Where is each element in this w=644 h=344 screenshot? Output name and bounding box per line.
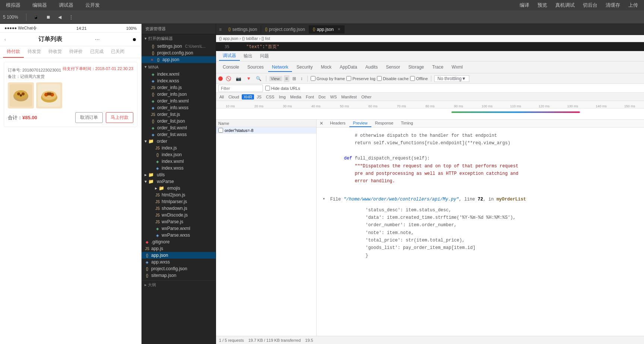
more-icon-btn[interactable]: ⋮	[67, 13, 76, 21]
file-wxdiscode[interactable]: JS wxDiscode.js	[142, 212, 216, 218]
tab-close-icon[interactable]: ✕	[337, 27, 340, 31]
phone-tab-yiwancheng[interactable]: 已完成	[86, 46, 107, 58]
view-toggle-1[interactable]: View:	[269, 76, 282, 81]
file-order-index-js[interactable]: JS index.js	[142, 145, 216, 151]
cancel-order-button[interactable]: 取消订单	[75, 112, 103, 123]
file-order-index-wxss[interactable]: ◈ index.wxss	[142, 165, 216, 171]
request-checkbox[interactable]	[218, 128, 223, 133]
devtools-tab-output[interactable]: 输出	[240, 52, 256, 60]
file-project-config[interactable]: {} project.config.json	[142, 50, 216, 56]
preserve-log-label[interactable]: Preserve log	[346, 76, 375, 81]
filter-input[interactable]	[218, 85, 263, 92]
file-order-info-wxml[interactable]: ◈ order_info.wxml	[142, 98, 216, 104]
sub-tab-preview[interactable]: Preview	[349, 120, 371, 127]
sub-tab-timing[interactable]: Timing	[397, 120, 417, 127]
file-order-index-json[interactable]: {} index.json	[142, 151, 216, 158]
offline-label[interactable]: Offline	[410, 76, 428, 81]
devtools-tab-debugger[interactable]: 调试器	[219, 51, 240, 61]
large-pane-section[interactable]: ▸ 大纲	[142, 280, 216, 289]
menu-device-debug[interactable]: 真机调试	[553, 1, 577, 9]
phone-nav-back[interactable]: ‹	[4, 37, 6, 42]
folder-utils[interactable]: ▸ 📁 utils	[142, 171, 216, 178]
tab-sensor[interactable]: Sensor	[382, 63, 404, 72]
devtools-tab-problems[interactable]: 问题	[256, 52, 273, 60]
tab-wxml[interactable]: Wxml	[448, 63, 466, 72]
file-wxparse-wxml[interactable]: ◈ wxParse.wxml	[142, 225, 216, 232]
folder-order[interactable]: ▾ 📁 order	[142, 138, 216, 145]
file-app-json-open[interactable]: ✕ {} app.json	[142, 56, 216, 63]
device-icon-btn[interactable]: 📱	[31, 13, 41, 21]
menu-simulator[interactable]: 模拟器	[4, 1, 23, 9]
tab-appdata[interactable]: AppData	[336, 63, 361, 72]
view-sort-btn[interactable]: ↕	[299, 75, 304, 82]
request-row-order[interactable]: order?status=-8	[216, 127, 316, 134]
folder-emojis[interactable]: ▸ 📁 emojis	[142, 185, 216, 192]
phone-tab-daishouuo[interactable]: 待收货	[45, 46, 66, 58]
file-app-json[interactable]: {} app.json	[142, 252, 216, 259]
record-button[interactable]	[218, 76, 223, 81]
hamburger-icon[interactable]: ≡	[219, 27, 222, 32]
file-order-list-json[interactable]: {} order_list.json	[142, 118, 216, 124]
offline-checkbox[interactable]	[410, 76, 415, 81]
menu-editor[interactable]: 编辑器	[30, 1, 49, 9]
file-index-wxss[interactable]: ◈ index.wxss	[142, 78, 216, 84]
phone-tab-daifukuan[interactable]: 待付款	[3, 46, 24, 58]
group-by-frame-label[interactable]: Group by frame	[311, 76, 345, 81]
phone-nav-more[interactable]: ···	[95, 36, 99, 43]
pay-now-button[interactable]: 马上付款	[106, 112, 133, 123]
tab-audits[interactable]: Audits	[362, 63, 381, 72]
tab-sources[interactable]: Sources	[244, 63, 267, 72]
disable-cache-label[interactable]: Disable cache	[377, 76, 409, 81]
phone-nav-record[interactable]: ⏺	[132, 37, 137, 42]
hide-data-urls-checkbox[interactable]	[265, 86, 270, 91]
filter-red-btn[interactable]: 🔻	[244, 75, 253, 82]
file-wxparse-js[interactable]: JS wxParse.js	[142, 218, 216, 225]
phone-tab-daifasong[interactable]: 待发货	[24, 46, 45, 58]
type-media-btn[interactable]: Media	[288, 94, 303, 100]
type-manifest-btn[interactable]: Manifest	[339, 94, 359, 100]
tab-security[interactable]: Security	[293, 63, 316, 72]
group-by-frame-checkbox[interactable]	[311, 76, 315, 81]
file-order-info-js[interactable]: JS order_info.js	[142, 84, 216, 91]
tab-console[interactable]: Console	[219, 63, 243, 72]
search-btn[interactable]: 🔍	[254, 75, 263, 82]
file-settings-json[interactable]: {} settings.json C:\Users\L...	[142, 43, 216, 50]
mina-title[interactable]: ▾ MINA	[142, 63, 216, 71]
tab-storage[interactable]: Storage	[405, 63, 428, 72]
menu-cloud[interactable]: 云开发	[83, 1, 102, 9]
file-index-wxml[interactable]: ◈ index.wxml	[142, 71, 216, 78]
file-project-config-root[interactable]: {} project.config.json	[142, 265, 216, 272]
type-js-btn[interactable]: JS	[255, 94, 263, 100]
type-cloud-btn[interactable]: Cloud	[226, 94, 241, 100]
file-order-list-js[interactable]: JS order_list.js	[142, 111, 216, 118]
menu-preview[interactable]: 预览	[535, 1, 549, 9]
tab-mock[interactable]: Mock	[317, 63, 335, 72]
close-icon[interactable]: ✕	[150, 58, 153, 62]
type-font-btn[interactable]: Font	[304, 94, 316, 100]
menu-clear-cache[interactable]: 清缓存	[603, 1, 622, 9]
type-xhr-btn[interactable]: XHR	[242, 94, 254, 100]
preserve-log-checkbox[interactable]	[346, 76, 351, 81]
sub-tab-headers[interactable]: Headers	[326, 120, 349, 127]
file-order-info-wxss[interactable]: ◈ order_info.wxss	[142, 104, 216, 111]
open-editors-title[interactable]: ▾ 打开的编辑器	[142, 34, 216, 43]
camera-button[interactable]: 📷	[234, 75, 243, 82]
editor-tab-app-json[interactable]: {} app.json ✕	[309, 25, 345, 34]
stop-icon-btn[interactable]: ⏹	[44, 13, 53, 21]
file-app-js[interactable]: JS app.js	[142, 245, 216, 252]
tab-trace[interactable]: Trace	[428, 63, 447, 72]
menu-background[interactable]: 切后台	[581, 1, 600, 9]
file-showdown[interactable]: JS showdown.js	[142, 205, 216, 212]
type-doc-btn[interactable]: Doc	[317, 94, 328, 100]
file-order-info-json[interactable]: {} order_info.json	[142, 91, 216, 98]
file-sitemap[interactable]: {} sitemap.json	[142, 272, 216, 279]
type-img-btn[interactable]: Img	[277, 94, 288, 100]
tab-network[interactable]: Network	[268, 63, 292, 72]
file-order-index-wxml[interactable]: ◈ index.wxml	[142, 158, 216, 165]
type-css-btn[interactable]: CSS	[264, 94, 276, 100]
clear-button[interactable]: 🚫	[224, 75, 233, 82]
folder-wxparse[interactable]: ▾ 📁 wxParse	[142, 178, 216, 185]
file-html2json[interactable]: JS html2json.js	[142, 192, 216, 198]
file-htmlparser[interactable]: JS htmlparser.js	[142, 198, 216, 205]
phone-tab-daipingjia[interactable]: 待评价	[66, 46, 86, 58]
